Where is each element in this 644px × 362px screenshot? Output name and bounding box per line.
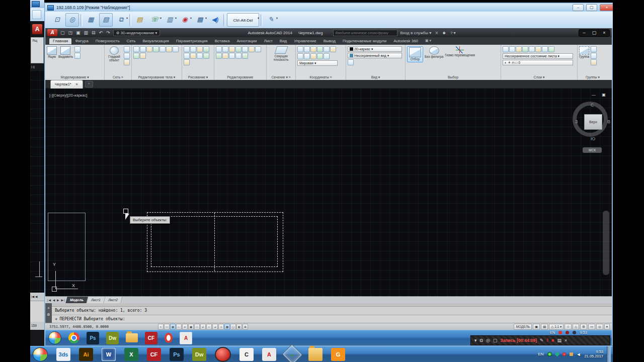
tool-icon[interactable] bbox=[190, 46, 196, 52]
panel-label[interactable]: Координаты » bbox=[296, 74, 346, 80]
tool-icon[interactable] bbox=[317, 53, 323, 59]
panel-label[interactable]: Рисование ▾ bbox=[182, 74, 214, 80]
filter-dropdown[interactable]: Без фильтра bbox=[425, 46, 443, 59]
culling-tool[interactable]: Отбор bbox=[407, 46, 423, 62]
drawn-rectangle[interactable] bbox=[48, 213, 86, 281]
panel-label[interactable]: Группы ▾ bbox=[578, 74, 608, 80]
tool-icon[interactable] bbox=[509, 46, 515, 52]
tool-icon[interactable] bbox=[591, 53, 597, 59]
tool-icon[interactable] bbox=[529, 46, 535, 52]
tool-icon[interactable] bbox=[297, 46, 303, 52]
viewcube-north[interactable]: С bbox=[591, 103, 594, 108]
exchange-icon[interactable]: X bbox=[434, 31, 439, 35]
dreamweaver-icon[interactable]: Dw bbox=[192, 348, 206, 361]
start-button[interactable] bbox=[33, 347, 48, 361]
tool-icon[interactable] bbox=[548, 46, 554, 52]
autocad-icon[interactable]: A bbox=[180, 332, 192, 344]
layout-tab[interactable]: Модель bbox=[65, 297, 88, 303]
remote-tray-icon[interactable] bbox=[573, 331, 576, 334]
word-icon[interactable]: W bbox=[102, 348, 116, 361]
viewcube-wcs-button[interactable]: МСК bbox=[583, 147, 602, 153]
viewcube-west[interactable]: З bbox=[575, 119, 578, 124]
ctrl-alt-del-button[interactable]: Ctrl-Alt-Del bbox=[227, 13, 259, 27]
gizmo-dropdown[interactable]: Гизмо перемещения bbox=[445, 46, 475, 57]
drafting-toggle[interactable]: + bbox=[218, 324, 224, 330]
recorder-zoom-icon[interactable]: ◎ bbox=[486, 338, 490, 343]
ucs-dropdown[interactable]: Мировая ▾ bbox=[297, 60, 338, 66]
tool-icon[interactable] bbox=[74, 46, 80, 52]
gom-pdf-icon[interactable]: G bbox=[331, 348, 345, 361]
recording-timer[interactable]: Запись [00:44:09] bbox=[500, 338, 536, 343]
recorder-close-icon[interactable]: × bbox=[565, 338, 567, 343]
tool-icon[interactable] bbox=[222, 53, 228, 59]
drafting-toggle[interactable]: ◧ bbox=[236, 324, 242, 330]
navigation-bar[interactable] bbox=[603, 211, 609, 275]
ribbon-tab[interactable]: Аннотации bbox=[233, 38, 260, 44]
pause-icon[interactable]: ‖ bbox=[546, 338, 548, 343]
clock[interactable]: 9:53 21.05.2017 bbox=[584, 350, 603, 358]
ribbon-tab[interactable]: Сеть bbox=[123, 38, 139, 44]
tool-icon[interactable] bbox=[591, 46, 597, 52]
zoom-icon[interactable]: ◎ bbox=[65, 13, 79, 27]
explorer-icon[interactable] bbox=[308, 348, 323, 361]
command-main[interactable]: Выберите объекты: найдено: 1, всего: 3 +… bbox=[52, 303, 612, 323]
tool-icon[interactable] bbox=[184, 46, 190, 52]
acad-close-button[interactable]: × bbox=[599, 30, 609, 36]
workspace-switch-icon[interactable]: ⚙ bbox=[580, 324, 587, 330]
command-prompt[interactable]: + ПЕРЕНЕСТИ Выберите объекты: bbox=[52, 315, 612, 323]
visual-style-dropdown[interactable]: 2D-каркас ▾ bbox=[348, 46, 402, 52]
section-plane-icon[interactable] bbox=[274, 46, 288, 54]
panel-label[interactable]: Редактирование bbox=[214, 74, 266, 80]
ribbon-tab[interactable]: Подключаемые модули bbox=[339, 38, 390, 44]
model-space-button[interactable]: МОДЕЛЬ bbox=[514, 324, 532, 330]
tool-icon[interactable] bbox=[190, 53, 196, 59]
remote-tray-record-icon[interactable] bbox=[558, 331, 562, 334]
autocad-icon[interactable]: A bbox=[262, 348, 276, 361]
tool-icon[interactable] bbox=[133, 46, 139, 52]
tray-folder-icon[interactable] bbox=[570, 352, 573, 356]
dreamweaver-icon[interactable]: Dw bbox=[106, 332, 119, 344]
tool-icon[interactable] bbox=[184, 53, 190, 59]
chrome-icon[interactable] bbox=[68, 332, 79, 343]
recorder-region-icon[interactable]: ▢ bbox=[493, 338, 498, 343]
smooth-object-tool[interactable]: Гладкий объект bbox=[106, 46, 122, 62]
tool-icon[interactable] bbox=[242, 46, 248, 52]
tool-icon[interactable] bbox=[124, 46, 130, 52]
tool-icon[interactable] bbox=[140, 53, 146, 59]
tool-icon[interactable] bbox=[591, 59, 597, 65]
named-view-dropdown[interactable]: Несохраненный вид ▾ bbox=[348, 53, 402, 58]
toolbar-lock-icon[interactable]: ▭ bbox=[588, 324, 595, 330]
qat-icon[interactable]: ▢ bbox=[59, 30, 66, 35]
tray-record-icon[interactable] bbox=[562, 352, 566, 356]
panel-label[interactable]: Редактирование тела ▾ bbox=[132, 74, 182, 80]
radmin-viewer-icon[interactable] bbox=[282, 344, 302, 362]
tool-icon[interactable] bbox=[124, 59, 130, 65]
separator[interactable] bbox=[80, 14, 83, 26]
photoshop-icon[interactable]: Ps bbox=[170, 348, 184, 361]
tool-icon[interactable] bbox=[197, 53, 203, 59]
layer-dropdown[interactable]: ◐ ☀ ⊓ □ 0 bbox=[503, 60, 573, 65]
ribbon-tab[interactable]: Параметризация bbox=[173, 38, 211, 44]
maximize-button[interactable]: ▢ bbox=[586, 4, 597, 11]
selected-divider-line[interactable] bbox=[214, 213, 215, 271]
drafting-toggle[interactable]: ⊞ bbox=[243, 324, 248, 330]
qat-icon[interactable]: ▣ bbox=[75, 30, 82, 35]
tool-icon[interactable] bbox=[216, 46, 222, 52]
excel-icon[interactable]: X bbox=[124, 348, 138, 361]
server-icon[interactable]: ▩ bbox=[193, 13, 207, 27]
drafting-toggle[interactable]: ▦ bbox=[170, 324, 176, 330]
tool-icon[interactable] bbox=[222, 46, 228, 52]
tool-icon[interactable] bbox=[324, 53, 330, 59]
recorder-window-icon[interactable]: ⧉ bbox=[480, 338, 483, 343]
separator[interactable] bbox=[129, 14, 131, 26]
tool-icon[interactable] bbox=[173, 46, 179, 52]
group-tool[interactable]: Группа bbox=[579, 46, 589, 59]
new-tab-button[interactable]: + bbox=[85, 81, 93, 87]
layout-tab[interactable]: Лист2 bbox=[104, 297, 122, 303]
panel-label[interactable]: Выбор bbox=[406, 74, 501, 80]
layout-nav-arrows[interactable]: |◀ ◀ ▶ ▶| bbox=[47, 298, 65, 302]
section-plane-tool[interactable]: Секущая плоскость bbox=[268, 55, 294, 62]
recorder-draw-icon[interactable]: ✎ bbox=[540, 338, 544, 343]
ribbon-tab[interactable]: Управление bbox=[290, 38, 319, 44]
show-desktop-button[interactable] bbox=[607, 346, 611, 362]
